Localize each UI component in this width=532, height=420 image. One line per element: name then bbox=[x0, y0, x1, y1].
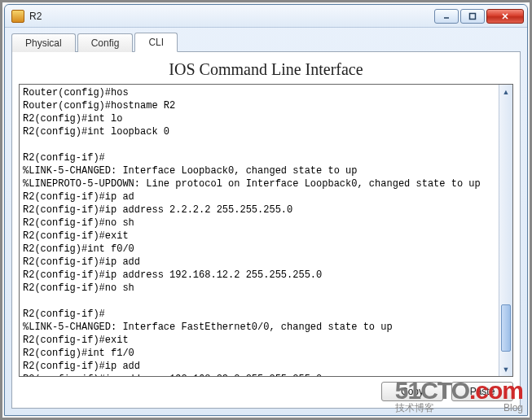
terminal-container: Router(config)#hos Router(config)#hostna… bbox=[19, 84, 513, 377]
button-row: Copy Paste bbox=[19, 382, 513, 401]
titlebar[interactable]: R2 bbox=[5, 5, 527, 28]
window-title: R2 bbox=[29, 11, 433, 22]
scroll-down-icon[interactable]: ▼ bbox=[499, 362, 512, 376]
client-area: Physical Config CLI IOS Command Line Int… bbox=[5, 28, 527, 415]
close-button[interactable] bbox=[486, 9, 524, 24]
panel-title: IOS Command Line Interface bbox=[19, 60, 513, 79]
cli-panel: IOS Command Line Interface Router(config… bbox=[11, 52, 521, 409]
scrollbar[interactable]: ▲ ▼ bbox=[499, 85, 512, 376]
scroll-thumb[interactable] bbox=[501, 304, 511, 352]
minimize-button[interactable] bbox=[434, 9, 459, 24]
terminal-output[interactable]: Router(config)#hos Router(config)#hostna… bbox=[20, 85, 499, 376]
scroll-up-icon[interactable]: ▲ bbox=[499, 85, 512, 98]
maximize-button[interactable] bbox=[460, 9, 485, 24]
scroll-track[interactable] bbox=[499, 98, 512, 362]
copy-button[interactable]: Copy bbox=[381, 382, 443, 401]
tabstrip: Physical Config CLI bbox=[11, 31, 521, 52]
tab-config[interactable]: Config bbox=[77, 33, 134, 52]
tab-cli[interactable]: CLI bbox=[134, 33, 178, 52]
app-icon bbox=[11, 10, 24, 23]
app-window: R2 Physical Config CLI IOS Command Line … bbox=[4, 4, 528, 416]
tab-physical[interactable]: Physical bbox=[11, 33, 76, 52]
window-controls bbox=[433, 9, 524, 24]
paste-button[interactable]: Paste bbox=[451, 382, 513, 401]
svg-rect-1 bbox=[470, 13, 476, 19]
